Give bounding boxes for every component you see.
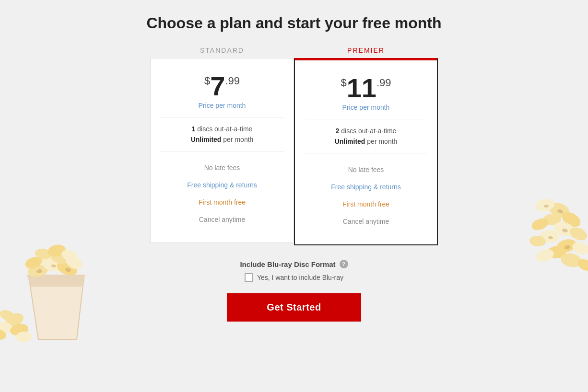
- bluray-checkbox-label: Yes, I want to include Blu-ray: [257, 274, 343, 281]
- help-icon[interactable]: ?: [340, 260, 348, 268]
- premier-discs-text: discs out-at-a-time: [341, 127, 396, 135]
- standard-unlimited-text: per month: [223, 136, 253, 143]
- premier-plan-card[interactable]: $ 11 .99 Price per month 2 discs out-at-…: [294, 58, 438, 245]
- premier-divider-1: [305, 119, 427, 119]
- standard-disc-count: 1: [192, 125, 196, 133]
- standard-feature-cancel: Cancel anytime: [160, 211, 284, 228]
- standard-price-cents: .99: [225, 76, 240, 86]
- premier-feature-no-late-fees: No late fees: [305, 161, 427, 178]
- premier-feature-first-month: First month free: [305, 196, 427, 213]
- premier-divider-2: [305, 153, 427, 153]
- standard-divider-1: [160, 117, 284, 117]
- get-started-button[interactable]: Get Started: [227, 293, 361, 322]
- plans-container: STANDARD $ 7 .99 Price per month 1 discs…: [150, 46, 438, 245]
- bluray-label: Include Blu-ray Disc Format ?: [240, 260, 348, 268]
- standard-feature-free-shipping: Free shipping & returns: [160, 176, 284, 194]
- premier-plan-label: PREMIER: [347, 46, 385, 54]
- premier-price-cents: .99: [376, 78, 391, 88]
- standard-feature-first-month: First month free: [160, 194, 284, 211]
- standard-unlimited-info: Unlimited per month: [160, 136, 284, 143]
- standard-divider-2: [160, 151, 284, 151]
- premier-plan-wrapper: PREMIER $ 11 .99 Price per month 2 discs…: [294, 46, 438, 245]
- page-title: Choose a plan and start your free month: [146, 14, 441, 32]
- premier-feature-cancel: Cancel anytime: [305, 213, 427, 230]
- main-content: Choose a plan and start your free month …: [0, 0, 588, 322]
- premier-price-per-month: Price per month: [305, 104, 427, 111]
- premier-feature-free-shipping: Free shipping & returns: [305, 178, 427, 196]
- premier-unlimited-text: per month: [367, 138, 397, 145]
- premier-price-area: $ 11 .99 Price per month: [305, 75, 427, 111]
- standard-price-display: $ 7 .99: [204, 73, 240, 100]
- bluray-checkbox-row: Yes, I want to include Blu-ray: [245, 273, 343, 282]
- standard-price-main: 7: [210, 73, 225, 100]
- bluray-checkbox[interactable]: [245, 273, 253, 282]
- premier-price-dollar: $: [341, 78, 346, 88]
- standard-plan-label: STANDARD: [200, 46, 244, 54]
- standard-discs-info: 1 discs out-at-a-time: [160, 125, 284, 133]
- premier-unlimited-info: Unlimited per month: [305, 138, 427, 145]
- standard-price-area: $ 7 .99 Price per month: [160, 73, 284, 109]
- bluray-section: Include Blu-ray Disc Format ? Yes, I wan…: [240, 260, 348, 282]
- standard-plan-wrapper: STANDARD $ 7 .99 Price per month 1 discs…: [150, 46, 294, 243]
- bluray-label-text: Include Blu-ray Disc Format: [240, 260, 335, 268]
- standard-feature-no-late-fees: No late fees: [160, 159, 284, 176]
- standard-discs-text: discs out-at-a-time: [197, 125, 252, 133]
- premier-price-display: $ 11 .99: [341, 75, 391, 102]
- standard-unlimited-word: Unlimited: [191, 136, 222, 143]
- premier-price-main: 11: [347, 75, 376, 102]
- premier-unlimited-word: Unlimited: [335, 138, 365, 145]
- premier-discs-info: 2 discs out-at-a-time: [305, 127, 427, 135]
- standard-price-dollar: $: [204, 76, 210, 86]
- premier-disc-count: 2: [336, 127, 340, 135]
- standard-plan-card[interactable]: $ 7 .99 Price per month 1 discs out-at-a…: [150, 58, 294, 243]
- standard-price-per-month: Price per month: [160, 102, 284, 109]
